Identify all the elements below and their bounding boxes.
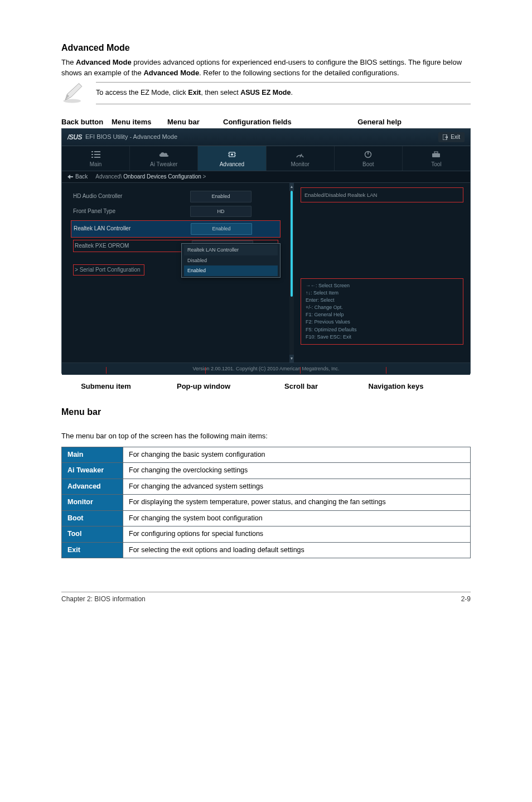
bios-tab-bar: Main Ai Tweaker Advanced Monitor Boot To… (62, 146, 470, 171)
cfg-realtek-pxe-label: Realtek PXE OPROM (75, 242, 192, 250)
chip-icon (228, 149, 236, 160)
popup-option-disabled[interactable]: Disabled (184, 255, 278, 266)
note-pencil-icon (61, 81, 85, 105)
table-row: ExitFor selecting the exit options and l… (62, 542, 471, 558)
asus-logo: /SUS (67, 133, 82, 142)
menu-name-cell: Tool (62, 526, 123, 543)
menu-name-cell: Boot (62, 510, 123, 526)
nav-l5: F1: General Help (306, 311, 458, 318)
bios-screenshot: /SUS EFI BIOS Utility - Advanced Mode Ex… (61, 128, 471, 374)
note-text: To access the EZ Mode, click Exit, then … (96, 82, 471, 104)
svg-rect-7 (94, 154, 100, 155)
svg-rect-20 (434, 152, 438, 153)
exit-button[interactable]: Exit (438, 132, 465, 142)
gauge-icon (296, 149, 304, 160)
cfg-front-panel-value[interactable]: HD (190, 206, 252, 218)
nav-l3: Enter: Select (306, 297, 458, 304)
menu-name-cell: Advanced (62, 479, 123, 495)
note-post: . (291, 89, 292, 96)
note-b2: ASUS EZ Mode (240, 89, 291, 96)
breadcrumb-bold: Onboard Devices Configuration (123, 173, 201, 180)
tab-label: Boot (362, 161, 374, 168)
bios-footer-version: Version 2.00.1201. Copyright (C) 2010 Am… (62, 363, 470, 375)
breadcrumb: Advanced\ Onboard Devices Configuration … (95, 173, 206, 181)
tab-tool[interactable]: Tool (403, 146, 470, 171)
navigation-keys-box: →←: Select Screen ↑↓: Select Item Enter:… (301, 278, 463, 344)
top-callout-labels: Back button Menu items Menu bar Configur… (61, 117, 471, 127)
svg-marker-1 (65, 83, 82, 100)
menu-name-cell: Main (62, 447, 123, 463)
intro-bold2: Advanced Mode (143, 69, 199, 77)
menu-desc-cell: For changing the advanced system setting… (123, 479, 471, 495)
toolbox-icon (432, 149, 441, 160)
nav-l1: →←: Select Screen (306, 282, 458, 289)
menu-name-cell: Monitor (62, 495, 123, 511)
power-icon (364, 149, 372, 160)
table-row: Ai TweakerFor changing the overclocking … (62, 463, 471, 479)
label-menu-bar: Menu bar (167, 117, 223, 127)
svg-rect-5 (94, 151, 100, 152)
menu-name-cell: Ai Tweaker (62, 463, 123, 479)
label-general-help: General help (318, 117, 402, 127)
table-row: AdvancedFor changing the advanced system… (62, 479, 471, 495)
svg-rect-6 (91, 154, 93, 155)
label-scroll-bar: Scroll bar (257, 381, 346, 392)
menu-desc-cell: For displaying the system temperature, p… (123, 495, 471, 511)
menu-desc-cell: For configuring options for special func… (123, 526, 471, 543)
svg-rect-9 (94, 157, 100, 158)
section-title-advanced-mode: Advanced Mode (61, 42, 471, 54)
popup-option-enabled[interactable]: Enabled (184, 265, 278, 276)
label-config-fields: Configuration fields (223, 117, 318, 127)
nav-l8: F10: Save ESC: Exit (306, 334, 458, 341)
tab-label: Advanced (220, 161, 244, 168)
tab-label: Tool (431, 161, 441, 168)
scroll-bar[interactable]: ▴ ▾ (289, 183, 294, 363)
breadcrumb-pre: Advanced\ (95, 173, 123, 180)
cfg-realtek-lan-label: Realtek LAN Controller (74, 225, 191, 233)
label-submenu-item: Submenu item (61, 381, 151, 392)
nav-l2: ↑↓: Select Item (306, 289, 458, 297)
back-button[interactable]: Back (67, 173, 88, 181)
cfg-front-panel-label: Front Panel Type (73, 207, 190, 215)
nav-l7: F5: Optimized Defaults (306, 326, 458, 334)
popup-window: Realtek LAN Controller Disabled Enabled (181, 243, 280, 278)
cfg-hd-audio-label: HD Audio Controller (73, 192, 190, 200)
scroll-up-button[interactable]: ▴ (289, 183, 294, 191)
scroll-down-button[interactable]: ▾ (289, 355, 294, 363)
bottom-callout-labels: Submenu item Pop-up window Scroll bar Na… (61, 381, 471, 392)
menu-desc-cell: For changing the overclocking settings (123, 463, 471, 479)
cfg-hd-audio-value[interactable]: Enabled (190, 191, 252, 202)
tab-main[interactable]: Main (62, 146, 130, 171)
svg-rect-8 (91, 157, 93, 158)
tab-ai-tweaker[interactable]: Ai Tweaker (130, 146, 198, 171)
label-menu-items: Menu items (112, 117, 167, 127)
tab-label: Ai Tweaker (150, 161, 177, 168)
menu-name-cell: Exit (62, 542, 123, 558)
table-row: BootFor changing the system boot configu… (62, 510, 471, 526)
menu-desc-cell: For changing the system boot configurati… (123, 510, 471, 526)
bios-window-title: EFI BIOS Utility - Advanced Mode (85, 133, 177, 141)
tab-advanced[interactable]: Advanced (198, 146, 266, 171)
submenu-serial-port[interactable]: Serial Port Configuration (73, 264, 144, 276)
advanced-mode-intro: The Advanced Mode provides advanced opti… (61, 57, 471, 78)
note-b1: Exit (188, 89, 201, 96)
tab-monitor[interactable]: Monitor (267, 146, 335, 171)
intro-text3: . Refer to the following sections for th… (199, 69, 399, 77)
exit-label: Exit (451, 133, 460, 141)
footer-page-number: 2-9 (461, 595, 471, 604)
popup-title: Realtek LAN Controller (184, 245, 278, 255)
back-label: Back (75, 173, 88, 181)
tab-boot[interactable]: Boot (335, 146, 403, 171)
scroll-thumb[interactable] (291, 191, 293, 297)
menu-desc-cell: For selecting the exit options and loadi… (123, 542, 471, 558)
help-text-box: Enabled/Disabled Realtek LAN (301, 187, 463, 202)
intro-bold1: Advanced Mode (76, 58, 132, 66)
note-mid: , then select (201, 89, 240, 96)
table-row: MainFor changing the basic system config… (62, 447, 471, 463)
note-pre: To access the EZ Mode, click (96, 89, 188, 96)
cfg-realtek-lan-value[interactable]: Enabled (191, 223, 252, 235)
label-nav-keys: Navigation keys (346, 381, 446, 392)
tab-label: Main (90, 161, 102, 168)
svg-rect-19 (432, 153, 440, 157)
cloud-icon (158, 149, 170, 160)
